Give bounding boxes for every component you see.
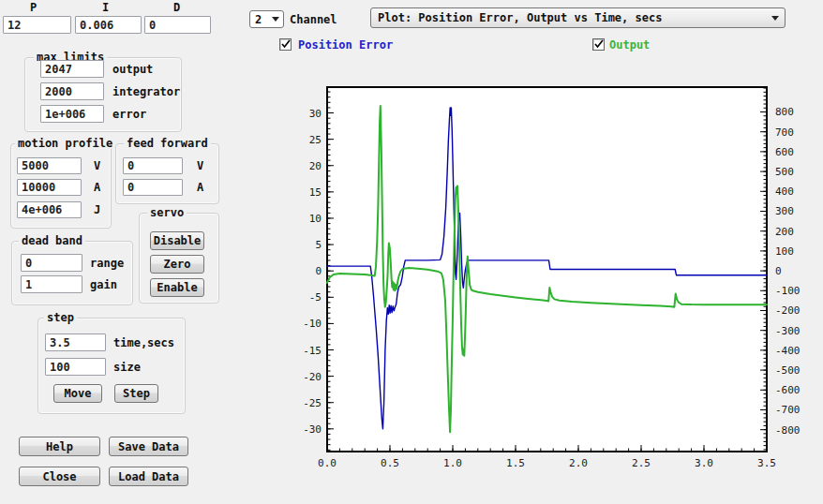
svg-text:0: 0 [315,265,322,277]
channel-value: 2 [250,13,272,26]
acceleration-field[interactable] [17,179,82,196]
svg-text:0.0: 0.0 [318,457,337,469]
i-label: I [102,2,109,14]
output-checkbox[interactable] [592,38,605,51]
velocity-field[interactable] [17,157,82,174]
max-integrator-field[interactable] [40,82,104,100]
svg-text:15: 15 [309,186,322,199]
checkmark-icon [280,38,292,50]
checkmark-icon [593,38,605,50]
p-label: P [30,2,37,14]
svg-text:10: 10 [309,213,322,225]
max-integrator-label: integrator [112,86,180,98]
servo-enable-button[interactable]: Enable [150,278,204,297]
step-title: step [44,312,77,323]
feed-forward-title: feed forward [124,138,211,149]
svg-text:0: 0 [775,265,782,277]
dead-band-range-label: range [90,258,124,270]
svg-text:-700: -700 [775,404,801,416]
svg-text:-200: -200 [775,304,801,317]
max-error-label: error [112,109,146,121]
p-field[interactable] [3,16,71,34]
jerk-unit-label: J [94,204,100,216]
svg-text:3.0: 3.0 [695,457,713,469]
motion-profile-title: motion profile [15,138,115,149]
svg-text:-500: -500 [775,364,801,377]
save-data-button[interactable]: Save Data [109,437,188,456]
svg-text:-400: -400 [775,345,801,357]
channel-select[interactable]: 2 [249,10,284,28]
ff-acceleration-field[interactable] [123,179,183,196]
svg-text:20: 20 [309,160,322,172]
dead-band-title: dead band [19,235,85,246]
chevron-down-icon [771,16,779,21]
svg-text:1.0: 1.0 [443,457,462,469]
svg-text:400: 400 [775,185,794,198]
d-field[interactable] [144,16,211,34]
servo-zero-button[interactable]: Zero [150,255,204,274]
svg-text:-10: -10 [303,318,322,330]
svg-text:800: 800 [775,106,794,118]
plot-select[interactable]: Plot: Position Error, Output vs Time, se… [370,7,786,28]
step-time-label: time,secs [113,337,174,349]
output-checkbox-label[interactable]: Output [609,39,650,52]
channel-label: Channel [290,14,337,26]
chevron-down-icon [272,17,279,22]
svg-text:25: 25 [309,134,322,146]
svg-text:1.5: 1.5 [506,457,525,469]
position-error-checkbox-label[interactable]: Position Error [298,39,393,52]
svg-text:-600: -600 [775,384,801,396]
svg-text:300: 300 [775,205,794,217]
svg-text:0.5: 0.5 [381,457,399,469]
step-button[interactable]: Step [114,384,158,403]
ff-acceleration-unit-label: A [197,182,203,194]
svg-text:30: 30 [309,108,322,120]
step-size-field[interactable] [45,358,106,376]
svg-text:-15: -15 [303,345,322,357]
ff-velocity-field[interactable] [123,157,183,174]
max-error-field[interactable] [40,105,104,123]
svg-text:500: 500 [775,166,794,178]
servo-disable-button[interactable]: Disable [150,231,204,250]
svg-text:-25: -25 [303,397,322,409]
acceleration-unit-label: A [94,182,100,194]
svg-text:2.0: 2.0 [569,457,588,469]
max-output-field[interactable] [40,60,104,78]
step-size-label: size [113,362,141,374]
servo-title: servo [147,207,187,218]
ff-velocity-unit-label: V [197,160,203,172]
svg-text:-100: -100 [775,285,801,297]
svg-text:-5: -5 [309,291,322,304]
position-error-checkbox[interactable] [279,38,292,51]
dead-band-gain-field[interactable] [21,275,82,293]
max-output-label: output [112,64,153,76]
move-button[interactable]: Move [53,384,102,403]
i-field[interactable] [75,16,142,34]
app-window: P I D 2 Channel Plot: Position Error, Ou… [0,0,823,504]
chart-canvas: 0.00.51.01.52.02.53.03.5-30-25-20-15-10-… [281,75,823,487]
svg-text:5: 5 [315,239,322,251]
svg-text:2.5: 2.5 [632,457,651,469]
velocity-unit-label: V [94,160,100,172]
svg-text:-300: -300 [775,325,801,337]
svg-text:700: 700 [775,126,794,139]
svg-text:-20: -20 [303,371,322,383]
close-button[interactable]: Close [19,467,100,486]
svg-text:200: 200 [775,226,794,238]
svg-text:-800: -800 [775,424,801,437]
dead-band-range-field[interactable] [21,254,82,272]
step-time-field[interactable] [45,334,106,351]
svg-text:100: 100 [775,245,794,258]
dead-band-group [11,241,133,305]
svg-text:3.5: 3.5 [757,457,776,469]
d-label: D [173,2,180,14]
jerk-field[interactable] [17,201,82,218]
svg-text:-30: -30 [303,423,322,436]
dead-band-gain-label: gain [90,279,117,291]
svg-text:600: 600 [775,146,794,158]
plot-select-value: Plot: Position Error, Output vs Time, se… [371,11,771,24]
help-button[interactable]: Help [19,437,100,456]
load-data-button[interactable]: Load Data [109,467,188,486]
